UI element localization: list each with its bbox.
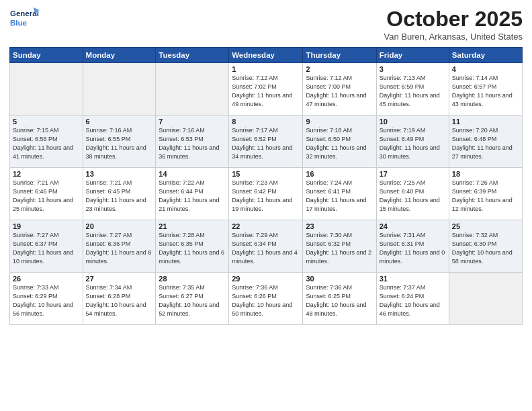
daylight-label: Daylight: 11 hours and 25 minutes. <box>13 197 73 212</box>
table-row: 30 Sunrise: 7:36 AM Sunset: 6:25 PM Dayl… <box>303 273 376 325</box>
table-row <box>449 273 522 325</box>
day-number: 29 <box>232 275 300 283</box>
sunset-label: Sunset: 6:27 PM <box>159 293 204 300</box>
sunset-label: Sunset: 6:42 PM <box>232 188 277 195</box>
sunrise-label: Sunrise: 7:16 AM <box>86 127 132 134</box>
table-row: 6 Sunrise: 7:16 AM Sunset: 6:55 PM Dayli… <box>83 116 156 168</box>
calendar-week-row: 19 Sunrise: 7:27 AM Sunset: 6:37 PM Dayl… <box>10 220 523 273</box>
day-number: 15 <box>232 170 300 178</box>
sunset-label: Sunset: 6:30 PM <box>452 240 497 247</box>
sunrise-label: Sunrise: 7:21 AM <box>86 179 132 186</box>
day-number: 23 <box>306 222 373 230</box>
logo: General Blue <box>9 7 39 31</box>
sunset-label: Sunset: 7:02 PM <box>232 83 277 90</box>
sunset-label: Sunset: 6:37 PM <box>13 240 58 247</box>
sunrise-label: Sunrise: 7:25 AM <box>380 179 426 186</box>
sunset-label: Sunset: 6:35 PM <box>159 240 204 247</box>
table-row: 19 Sunrise: 7:27 AM Sunset: 6:37 PM Dayl… <box>10 220 83 273</box>
day-number: 31 <box>380 275 446 283</box>
calendar-week-row: 1 Sunrise: 7:12 AM Sunset: 7:02 PM Dayli… <box>10 63 523 116</box>
sunrise-label: Sunrise: 7:12 AM <box>232 75 278 81</box>
sunset-label: Sunset: 6:34 PM <box>232 240 277 247</box>
sunset-label: Sunset: 6:31 PM <box>380 240 425 247</box>
daylight-label: Daylight: 11 hours and 21 minutes. <box>159 197 219 212</box>
sunset-label: Sunset: 6:45 PM <box>86 188 131 195</box>
daylight-label: Daylight: 10 hours and 58 minutes. <box>452 249 513 265</box>
table-row: 26 Sunrise: 7:33 AM Sunset: 6:29 PM Dayl… <box>10 273 83 325</box>
sunset-label: Sunset: 6:29 PM <box>13 293 58 300</box>
day-info: Sunrise: 7:20 AM Sunset: 6:48 PM Dayligh… <box>452 126 519 161</box>
sunset-label: Sunset: 6:25 PM <box>306 293 351 300</box>
sunset-label: Sunset: 6:55 PM <box>86 136 131 142</box>
day-number: 24 <box>380 222 446 230</box>
sunrise-label: Sunrise: 7:31 AM <box>380 232 426 238</box>
sunrise-label: Sunrise: 7:23 AM <box>232 179 278 186</box>
sunrise-label: Sunrise: 7:37 AM <box>380 284 426 291</box>
daylight-label: Daylight: 11 hours and 6 minutes. <box>159 249 224 265</box>
daylight-label: Daylight: 10 hours and 50 minutes. <box>232 302 292 317</box>
table-row: 4 Sunrise: 7:14 AM Sunset: 6:57 PM Dayli… <box>449 63 522 116</box>
day-number: 7 <box>159 118 226 126</box>
table-row: 11 Sunrise: 7:20 AM Sunset: 6:48 PM Dayl… <box>449 116 522 168</box>
day-number: 22 <box>232 222 300 230</box>
day-info: Sunrise: 7:23 AM Sunset: 6:42 PM Dayligh… <box>232 179 300 214</box>
table-row: 17 Sunrise: 7:25 AM Sunset: 6:40 PM Dayl… <box>376 168 449 220</box>
sunrise-label: Sunrise: 7:15 AM <box>13 127 59 134</box>
daylight-label: Daylight: 10 hours and 52 minutes. <box>159 302 219 317</box>
daylight-label: Daylight: 11 hours and 36 minutes. <box>159 144 219 160</box>
calendar-table: Sunday Monday Tuesday Wednesday Thursday… <box>9 47 523 325</box>
day-info: Sunrise: 7:28 AM Sunset: 6:35 PM Dayligh… <box>159 231 226 266</box>
sunrise-label: Sunrise: 7:14 AM <box>452 75 498 81</box>
sunrise-label: Sunrise: 7:27 AM <box>86 232 132 238</box>
col-tuesday: Tuesday <box>156 48 229 63</box>
day-info: Sunrise: 7:31 AM Sunset: 6:31 PM Dayligh… <box>380 231 446 266</box>
day-number: 28 <box>159 275 226 283</box>
day-number: 30 <box>306 275 373 283</box>
table-row: 16 Sunrise: 7:24 AM Sunset: 6:41 PM Dayl… <box>303 168 376 220</box>
table-row: 13 Sunrise: 7:21 AM Sunset: 6:45 PM Dayl… <box>83 168 156 220</box>
calendar-week-row: 12 Sunrise: 7:21 AM Sunset: 6:46 PM Dayl… <box>10 168 523 220</box>
table-row: 24 Sunrise: 7:31 AM Sunset: 6:31 PM Dayl… <box>376 220 449 273</box>
sunset-label: Sunset: 6:39 PM <box>452 188 497 195</box>
sunrise-label: Sunrise: 7:29 AM <box>232 232 278 238</box>
daylight-label: Daylight: 11 hours and 2 minutes. <box>306 249 371 265</box>
day-number: 19 <box>13 222 80 230</box>
table-row: 14 Sunrise: 7:22 AM Sunset: 6:44 PM Dayl… <box>156 168 229 220</box>
sunrise-label: Sunrise: 7:33 AM <box>13 284 59 291</box>
table-row: 3 Sunrise: 7:13 AM Sunset: 6:59 PM Dayli… <box>376 63 449 116</box>
svg-text:Blue: Blue <box>10 19 27 27</box>
day-number: 20 <box>86 222 153 230</box>
sunset-label: Sunset: 7:00 PM <box>306 83 351 90</box>
table-row: 21 Sunrise: 7:28 AM Sunset: 6:35 PM Dayl… <box>156 220 229 273</box>
day-info: Sunrise: 7:27 AM Sunset: 6:36 PM Dayligh… <box>86 231 153 266</box>
sunrise-label: Sunrise: 7:16 AM <box>159 127 205 134</box>
table-row: 7 Sunrise: 7:16 AM Sunset: 6:53 PM Dayli… <box>156 116 229 168</box>
sunrise-label: Sunrise: 7:21 AM <box>13 179 59 186</box>
sunrise-label: Sunrise: 7:35 AM <box>159 284 205 291</box>
daylight-label: Daylight: 11 hours and 43 minutes. <box>452 92 513 107</box>
daylight-label: Daylight: 11 hours and 19 minutes. <box>232 197 292 212</box>
col-saturday: Saturday <box>449 48 522 63</box>
day-number: 4 <box>452 65 519 73</box>
table-row: 28 Sunrise: 7:35 AM Sunset: 6:27 PM Dayl… <box>156 273 229 325</box>
sunset-label: Sunset: 6:49 PM <box>380 136 425 142</box>
sunset-label: Sunset: 6:48 PM <box>452 136 497 142</box>
sunrise-label: Sunrise: 7:19 AM <box>380 127 426 134</box>
table-row: 9 Sunrise: 7:18 AM Sunset: 6:50 PM Dayli… <box>303 116 376 168</box>
table-row: 10 Sunrise: 7:19 AM Sunset: 6:49 PM Dayl… <box>376 116 449 168</box>
month-title: October 2025 <box>384 7 523 32</box>
day-info: Sunrise: 7:12 AM Sunset: 7:00 PM Dayligh… <box>306 74 373 109</box>
day-number: 3 <box>380 65 446 73</box>
table-row: 29 Sunrise: 7:36 AM Sunset: 6:26 PM Dayl… <box>229 273 303 325</box>
sunset-label: Sunset: 6:40 PM <box>380 188 425 195</box>
day-number: 5 <box>13 118 80 126</box>
col-thursday: Thursday <box>303 48 376 63</box>
sunset-label: Sunset: 6:57 PM <box>452 83 497 90</box>
day-number: 16 <box>306 170 373 178</box>
table-row: 25 Sunrise: 7:32 AM Sunset: 6:30 PM Dayl… <box>449 220 522 273</box>
daylight-label: Daylight: 11 hours and 27 minutes. <box>452 144 513 160</box>
page: General Blue October 2025 Van Buren, Ark… <box>0 0 532 411</box>
sunrise-label: Sunrise: 7:34 AM <box>86 284 132 291</box>
day-info: Sunrise: 7:35 AM Sunset: 6:27 PM Dayligh… <box>159 283 226 318</box>
day-info: Sunrise: 7:19 AM Sunset: 6:49 PM Dayligh… <box>380 126 446 161</box>
